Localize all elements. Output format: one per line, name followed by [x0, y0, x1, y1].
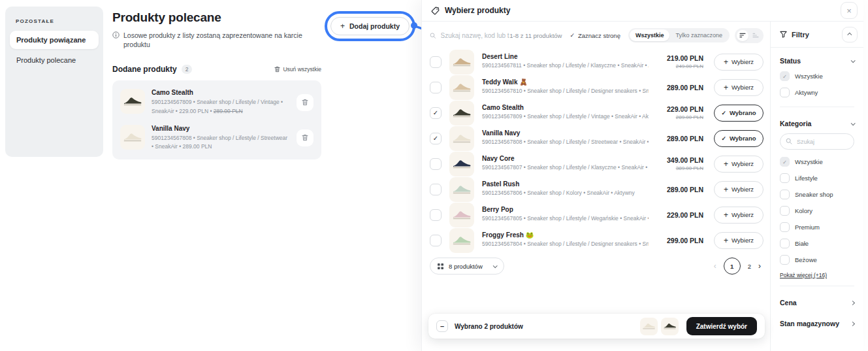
close-button[interactable]: × — [841, 2, 858, 19]
search-input[interactable] — [441, 32, 510, 39]
row-checkbox[interactable]: ✓ — [430, 209, 442, 221]
per-page-value: 8 produktów — [449, 263, 483, 270]
product-row[interactable]: ✓ Teddy Walk 🧸 5901234567810 • Sneaker s… — [430, 75, 764, 100]
filter-checkbox[interactable]: ✓ — [780, 173, 790, 183]
sidebar-item[interactable]: Produkty powiązane — [10, 31, 99, 49]
sort-control[interactable] — [735, 28, 764, 43]
product-name: Camo Stealth — [482, 104, 649, 111]
filter-checkbox[interactable]: ✓ — [780, 190, 790, 199]
sidebar-item[interactable]: Produkty polecane — [10, 51, 99, 69]
remove-all-button[interactable]: Usuń wszystkie — [274, 66, 321, 73]
toggle-selected-only[interactable]: Tylko zaznaczone — [669, 29, 728, 41]
product-meta: 5901234567805 • Sneaker shop / Lifestyle… — [482, 214, 649, 223]
product-thumbnail — [449, 152, 474, 176]
product-info: Camo Stealth 5901234567809 • Sneaker sho… — [482, 104, 649, 121]
product-row[interactable]: ✓ Pastel Rush 5901234567806 • Sneaker sh… — [430, 176, 764, 202]
delete-product-button[interactable] — [297, 94, 313, 111]
filter-option[interactable]: ✓ Aktywny — [780, 84, 854, 101]
filter-checkbox[interactable]: ✓ — [780, 157, 790, 167]
product-meta: 5901234567811 • Sneaker shop / Lifestyle… — [482, 61, 649, 70]
show-more-link[interactable]: Pokaż więcej (+16) — [780, 272, 827, 278]
row-checkbox[interactable]: ✓ — [430, 235, 442, 246]
row-checkbox[interactable]: ✓ — [430, 56, 442, 68]
product-row[interactable]: ✓ Berry Pop 5901234567805 • Sneaker shop… — [430, 202, 764, 227]
add-products-button[interactable]: + Dodaj produkty — [330, 17, 410, 35]
product-thumbnail — [449, 126, 474, 151]
product-meta-text: 5901234567808 • Sneaker shop / Lifestyle… — [152, 135, 287, 150]
select-button[interactable]: +Wybierz — [714, 232, 764, 249]
select-page-button[interactable]: ✓Zaznacz stronę — [570, 32, 620, 39]
filter-section-price[interactable]: Cena — [780, 292, 854, 313]
filter-option[interactable]: ✓ Wszystkie — [780, 68, 854, 84]
delete-product-button[interactable] — [297, 129, 313, 146]
plus-icon: + — [340, 22, 345, 30]
product-old-price: 289.00 PLN — [214, 108, 243, 114]
prev-page-button[interactable]: ‹ — [714, 261, 716, 271]
product-row[interactable]: ✓ Navy Core 5901234567807 • Sneaker shop… — [430, 151, 764, 176]
product-name: Vanilla Navy — [152, 125, 290, 132]
price-column: 289.00 PLN — [656, 186, 703, 193]
plus-icon: + — [724, 211, 728, 219]
pagination: ‹ 1 2 › — [714, 258, 764, 275]
product-row[interactable]: ✓ Camo Stealth 5901234567809 • Sneaker s… — [430, 100, 764, 125]
filter-option[interactable]: ✓ Premium — [780, 219, 854, 235]
product-row[interactable]: ✓ Froggy Fresh 🐸 5901234567804 • Sneaker… — [430, 227, 764, 253]
selected-thumbs — [640, 318, 679, 335]
product-price: 299.00 PLN — [656, 237, 703, 244]
collapse-filters-button[interactable] — [842, 27, 858, 42]
row-checkbox[interactable]: ✓ — [430, 107, 442, 119]
filter-section-stock[interactable]: Stan magazynowy — [780, 313, 854, 334]
filter-checkbox[interactable]: ✓ — [780, 239, 790, 248]
product-info: Vanilla Navy 5901234567808 • Sneaker sho… — [152, 125, 290, 151]
row-checkbox[interactable]: ✓ — [430, 184, 442, 195]
selected-button[interactable]: ✓Wybrano — [714, 105, 764, 122]
selected-button[interactable]: ✓Wybrano — [714, 130, 764, 147]
product-row[interactable]: ✓ Vanilla Navy 5901234567808 • Sneaker s… — [430, 125, 764, 151]
product-name: Froggy Fresh 🐸 — [482, 231, 649, 239]
filter-option[interactable]: ✓ Wszystkie — [780, 154, 854, 170]
filter-checkbox[interactable]: ✓ — [780, 88, 790, 97]
check-icon: ✓ — [570, 32, 575, 39]
sidebar-items: Produkty powiązane Produkty polecane — [10, 31, 99, 69]
row-checkbox[interactable]: ✓ — [430, 133, 442, 144]
page-button-2[interactable]: 2 — [748, 263, 751, 270]
filter-checkbox[interactable]: ✓ — [780, 255, 790, 265]
filter-section-category[interactable]: Kategoria — [780, 113, 854, 131]
sort-ascending-icon[interactable] — [737, 30, 748, 41]
next-page-button[interactable]: › — [758, 261, 761, 271]
toggle-all[interactable]: Wszystkie — [630, 29, 670, 41]
select-button[interactable]: +Wybierz — [714, 181, 764, 198]
product-name: Navy Core — [482, 155, 649, 162]
filter-option[interactable]: ✓ Lifestyle — [780, 170, 854, 186]
sort-descending-icon[interactable] — [750, 30, 762, 41]
filter-checkbox[interactable]: ✓ — [780, 206, 790, 216]
product-meta: 5901234567808 • Sneaker shop / Lifestyle… — [152, 134, 290, 151]
product-list-pane: 1-8 z 11 produktów ✓Zaznacz stronę Wszys… — [422, 22, 770, 351]
selection-bar-right: Zatwierdź wybór — [640, 317, 757, 335]
filter-option[interactable]: ✓ Sneaker shop — [780, 186, 854, 203]
price-column: 229.00 PLN 289.00 PLN — [656, 105, 703, 120]
select-button[interactable]: +Wybierz — [714, 79, 764, 96]
filter-option[interactable]: ✓ Białe — [780, 235, 854, 252]
confirm-button[interactable]: Zatwierdź wybór — [686, 317, 757, 335]
select-button[interactable]: +Wybierz — [714, 207, 764, 224]
product-info: Navy Core 5901234567807 • Sneaker shop /… — [482, 155, 649, 172]
per-page-dropdown[interactable]: 8 produktów — [430, 258, 504, 275]
selection-count-label: Wybrano 2 produktów — [455, 323, 523, 330]
filter-checkbox[interactable]: ✓ — [780, 222, 790, 232]
filter-section-status[interactable]: Status — [780, 50, 854, 68]
row-checkbox[interactable]: ✓ — [430, 82, 442, 93]
filter-option[interactable]: ✓ Beżowe — [780, 252, 854, 268]
page-button-1[interactable]: 1 — [724, 258, 741, 275]
info-row: Losowe produkty z listy zostaną zaprezen… — [112, 31, 321, 49]
product-row[interactable]: ✓ Desert Line 5901234567811 • Sneaker sh… — [430, 49, 764, 75]
selection-checkbox[interactable]: – — [436, 320, 448, 332]
select-button[interactable]: +Wybierz — [714, 54, 764, 71]
grid-icon — [438, 263, 443, 269]
select-button[interactable]: +Wybierz — [714, 156, 764, 173]
plus-icon: + — [724, 160, 728, 168]
row-checkbox[interactable]: ✓ — [430, 158, 442, 170]
filter-option[interactable]: ✓ Kolory — [780, 203, 854, 219]
filter-checkbox[interactable]: ✓ — [780, 71, 790, 81]
filter-option-label: Aktywny — [795, 89, 818, 96]
